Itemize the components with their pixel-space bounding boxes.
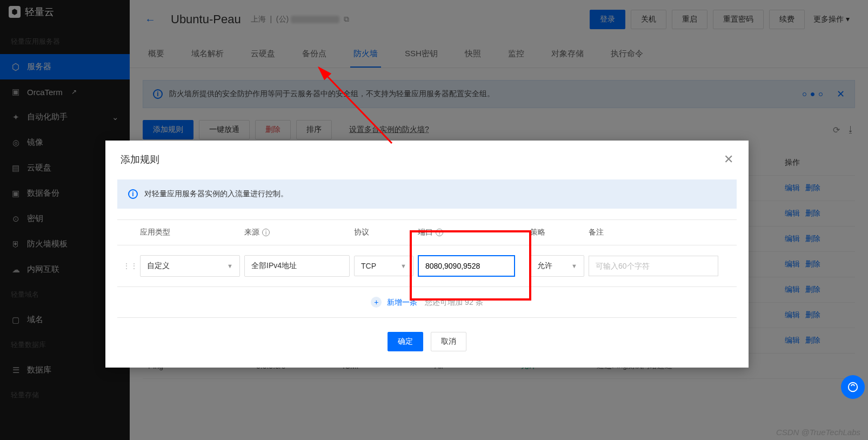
info-icon[interactable]: i [436, 229, 443, 236]
source-select[interactable]: 全部IPv4地址 [244, 255, 350, 277]
modal-table-header: 应用类型 来源i 协议 端口i 策略 备注 [117, 219, 737, 245]
col-policy: 策略 [530, 228, 584, 237]
modal-info-banner: i 对轻量应用服务器实例的入流量进行控制。 [117, 179, 737, 209]
remark-input[interactable] [589, 256, 718, 276]
modal-table: 应用类型 来源i 协议 端口i 策略 备注 ⋮⋮ 自定义▼ 全部IPv4地址 T… [105, 209, 749, 318]
modal-title: 添加规则 [121, 153, 159, 166]
chevron-down-icon: ▼ [571, 263, 577, 269]
drag-handle-icon[interactable]: ⋮⋮ [123, 262, 136, 270]
app-type-select[interactable]: 自定义▼ [140, 255, 240, 277]
modal-banner-text: 对轻量应用服务器实例的入流量进行控制。 [144, 189, 288, 199]
info-icon[interactable]: i [262, 229, 270, 236]
chevron-down-icon: ▼ [400, 263, 406, 269]
modal-header: 添加规则 ✕ [105, 141, 749, 172]
chevron-down-icon: ▼ [227, 263, 233, 269]
col-protocol: 协议 [354, 228, 413, 237]
help-floating-button[interactable] [841, 375, 865, 399]
rule-row: ⋮⋮ 自定义▼ 全部IPv4地址 TCP▼ 允许▼ [117, 245, 737, 287]
watermark: CSDN @TrueTechLabs [776, 428, 860, 437]
policy-select[interactable]: 允许▼ [530, 255, 584, 277]
modal-footer: 确定 取消 [105, 318, 749, 368]
plus-icon[interactable]: + [371, 297, 382, 308]
col-port: 端口i [418, 228, 526, 237]
info-icon: i [128, 189, 138, 199]
col-app-type: 应用类型 [140, 228, 240, 237]
col-source: 来源i [244, 228, 350, 237]
port-input[interactable] [418, 255, 515, 277]
close-icon[interactable]: ✕ [724, 152, 733, 166]
cancel-button[interactable]: 取消 [431, 332, 466, 351]
add-row: + 新增一条 您还可增加 92 条 [117, 287, 737, 318]
add-rule-modal: 添加规则 ✕ i 对轻量应用服务器实例的入流量进行控制。 应用类型 来源i 协议… [105, 141, 749, 368]
remain-text: 您还可增加 92 条 [425, 298, 483, 306]
protocol-select[interactable]: TCP▼ [354, 256, 413, 276]
add-row-link[interactable]: 新增一条 [387, 298, 417, 306]
ok-button[interactable]: 确定 [388, 332, 423, 351]
col-remark: 备注 [589, 228, 731, 237]
svg-point-1 [849, 383, 858, 392]
